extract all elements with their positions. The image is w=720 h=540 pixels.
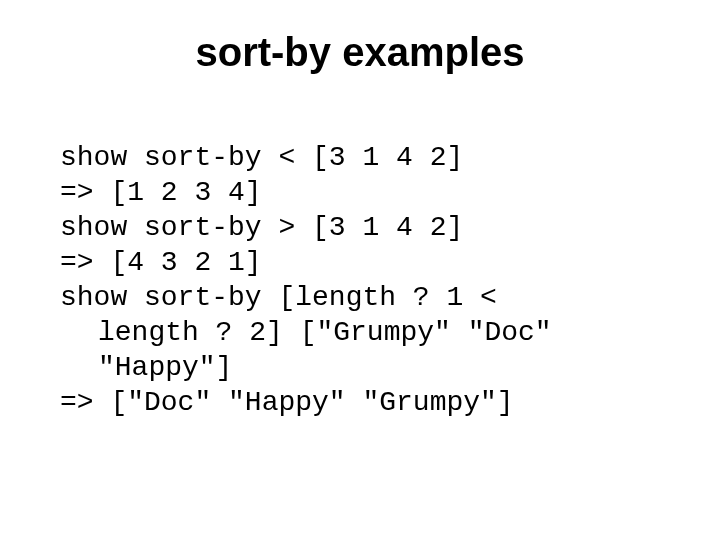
- code-block: show sort-by < [3 1 4 2] => [1 2 3 4] sh…: [50, 105, 670, 420]
- code-line: show sort-by [length ? 1 <: [60, 282, 497, 313]
- code-line: => [1 2 3 4]: [60, 177, 262, 208]
- slide: sort-by examples show sort-by < [3 1 4 2…: [0, 0, 720, 540]
- code-line: show sort-by < [3 1 4 2]: [60, 142, 463, 173]
- code-line: length ? 2] ["Grumpy" "Doc": [60, 317, 552, 348]
- slide-title: sort-by examples: [50, 30, 670, 75]
- code-line: "Happy"]: [60, 352, 232, 383]
- code-line: => [4 3 2 1]: [60, 247, 262, 278]
- code-line: show sort-by > [3 1 4 2]: [60, 212, 463, 243]
- code-line: => ["Doc" "Happy" "Grumpy"]: [60, 387, 514, 418]
